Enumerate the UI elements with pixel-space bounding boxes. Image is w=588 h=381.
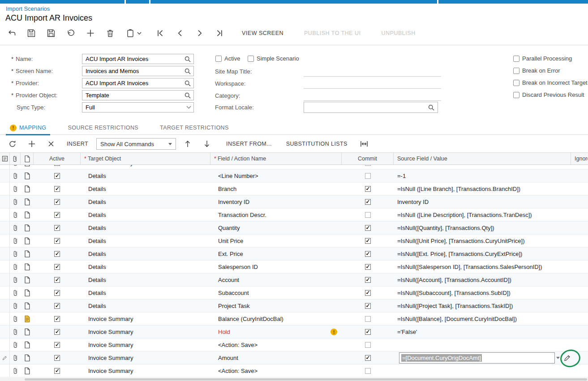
field-action-cell[interactable]: Unit Price xyxy=(210,234,342,247)
search-icon[interactable] xyxy=(184,92,191,99)
commit-checkbox[interactable] xyxy=(365,264,371,270)
active-checkbox[interactable] xyxy=(54,316,60,322)
active-checkbox[interactable] xyxy=(54,251,60,257)
name-field[interactable]: ACU Import AR Invoices xyxy=(82,54,194,64)
active-checkbox[interactable] xyxy=(54,173,60,179)
tab-source-restrictions[interactable]: SOURCE RESTRICTIONS xyxy=(64,121,142,135)
commit-checkbox[interactable] xyxy=(365,277,371,283)
commit-cell[interactable] xyxy=(342,165,394,169)
active-checkbox[interactable] xyxy=(54,342,60,348)
ignore-cell[interactable] xyxy=(571,325,588,338)
attach-file-icon[interactable] xyxy=(10,286,21,299)
note-icon[interactable] xyxy=(21,234,34,247)
field-action-cell[interactable]: Customer Order Nbr. xyxy=(210,165,342,169)
commit-cell[interactable] xyxy=(342,312,394,325)
note-icon[interactable] xyxy=(21,165,34,169)
active-cell[interactable] xyxy=(34,312,81,325)
commit-cell[interactable] xyxy=(342,299,394,312)
target-object-cell[interactable]: Invoice Summary xyxy=(81,338,210,351)
mapping-row[interactable]: Details Quantity =IsNull([Quantity], [Tr… xyxy=(0,221,588,234)
active-checkbox[interactable] xyxy=(54,165,60,166)
ignore-cell[interactable] xyxy=(571,364,588,377)
ignore-cell[interactable] xyxy=(571,234,588,247)
attach-file-icon[interactable] xyxy=(10,351,21,364)
search-icon[interactable] xyxy=(184,56,191,63)
ignore-cell[interactable] xyxy=(571,312,588,325)
column-line-details[interactable] xyxy=(21,153,34,165)
source-cell[interactable]: =IsNull([Quantity], [Transactions.Qty]) xyxy=(394,221,571,234)
copy-paste-menu[interactable] xyxy=(120,26,147,40)
source-cell[interactable]: =IsNull([Balance], [Document.CuryInitDoc… xyxy=(394,312,571,325)
break-on-error-checkbox[interactable]: Break on Error xyxy=(513,67,560,74)
ignore-cell[interactable] xyxy=(571,299,588,312)
active-cell[interactable] xyxy=(34,195,81,208)
column-notes[interactable] xyxy=(0,153,10,165)
commit-cell[interactable] xyxy=(342,260,394,273)
breadcrumb[interactable]: Import Scenarios xyxy=(6,5,50,12)
target-object-cell[interactable]: Details xyxy=(81,273,210,286)
active-checkbox[interactable] xyxy=(54,368,60,374)
commit-cell[interactable] xyxy=(342,182,394,195)
active-cell[interactable] xyxy=(34,247,81,260)
active-cell[interactable] xyxy=(34,169,81,182)
field-action-cell[interactable]: Subaccount xyxy=(210,286,342,299)
target-object-cell[interactable]: Details xyxy=(81,286,210,299)
field-action-cell[interactable]: Ext. Price xyxy=(210,247,342,260)
checkbox-box[interactable] xyxy=(513,80,519,86)
commit-cell[interactable] xyxy=(342,273,394,286)
ignore-cell[interactable] xyxy=(571,286,588,299)
commit-checkbox[interactable] xyxy=(365,173,371,179)
horizontal-scrollbar[interactable] xyxy=(0,378,588,381)
category-field[interactable] xyxy=(304,91,441,101)
ignore-cell[interactable] xyxy=(571,351,588,364)
mapping-row[interactable]: Invoice Summary Balance (CuryInitDocBal)… xyxy=(0,312,588,325)
source-cell[interactable]: =IsNull([Subaccount], [Transactions.SubI… xyxy=(394,286,571,299)
mapping-row[interactable]: Details Account =IsNull([Account], [Tran… xyxy=(0,273,588,286)
active-cell[interactable] xyxy=(34,221,81,234)
field-action-cell[interactable]: Inventory ID xyxy=(210,195,342,208)
insert-from-button[interactable]: INSERT FROM... xyxy=(221,141,277,147)
target-object-cell[interactable]: Details xyxy=(81,208,210,221)
delete-icon[interactable] xyxy=(100,26,120,40)
commit-checkbox[interactable] xyxy=(365,212,371,218)
target-object-cell[interactable]: Details xyxy=(81,169,210,182)
attach-file-icon[interactable] xyxy=(10,221,21,234)
ignore-cell[interactable] xyxy=(571,165,588,169)
mapping-row[interactable]: Invoice Summary Customer Order Nbr. Cust… xyxy=(0,165,588,169)
search-icon[interactable] xyxy=(184,80,191,87)
note-filled-icon[interactable] xyxy=(21,312,34,325)
attach-file-icon[interactable] xyxy=(10,169,21,182)
attach-file-icon[interactable] xyxy=(10,273,21,286)
nav-last-icon[interactable] xyxy=(210,26,229,40)
ignore-cell[interactable] xyxy=(571,169,588,182)
active-checkbox[interactable] xyxy=(54,355,60,361)
note-icon[interactable] xyxy=(21,338,34,351)
source-cell[interactable]: =IsNull ([Line Branch], [Transactions.Br… xyxy=(394,182,571,195)
note-icon[interactable] xyxy=(21,273,34,286)
commit-cell[interactable] xyxy=(342,169,394,182)
note-icon[interactable] xyxy=(21,208,34,221)
active-cell[interactable] xyxy=(34,299,81,312)
discard-previous-result-checkbox[interactable]: Discard Previous Result xyxy=(513,91,584,98)
commit-cell[interactable] xyxy=(342,195,394,208)
active-checkbox[interactable] xyxy=(54,329,60,335)
commit-checkbox[interactable] xyxy=(365,329,371,335)
target-object-cell[interactable]: Invoice Summary xyxy=(81,312,210,325)
commit-checkbox[interactable] xyxy=(365,355,371,361)
scrollbar-thumb[interactable] xyxy=(25,378,587,381)
mapping-row[interactable]: Details Project Task =IsNull([Project Ta… xyxy=(0,299,588,312)
commit-checkbox[interactable] xyxy=(365,303,371,309)
active-checkbox[interactable]: Active xyxy=(215,55,240,62)
commit-cell[interactable] xyxy=(342,221,394,234)
field-action-cell[interactable]: Hold ! xyxy=(210,325,342,338)
note-icon[interactable] xyxy=(21,325,34,338)
active-cell[interactable] xyxy=(34,286,81,299)
mapping-row[interactable]: Details Salesperson ID =IsNull([Salesper… xyxy=(0,260,588,273)
field-action-cell[interactable]: <Action: Save> xyxy=(210,338,342,351)
add-row-icon[interactable] xyxy=(22,137,41,151)
field-action-cell[interactable]: Quantity xyxy=(210,221,342,234)
field-action-cell[interactable]: <Line Number> xyxy=(210,169,342,182)
ignore-cell[interactable] xyxy=(571,338,588,351)
nav-first-icon[interactable] xyxy=(150,26,170,40)
note-icon[interactable] xyxy=(21,351,34,364)
